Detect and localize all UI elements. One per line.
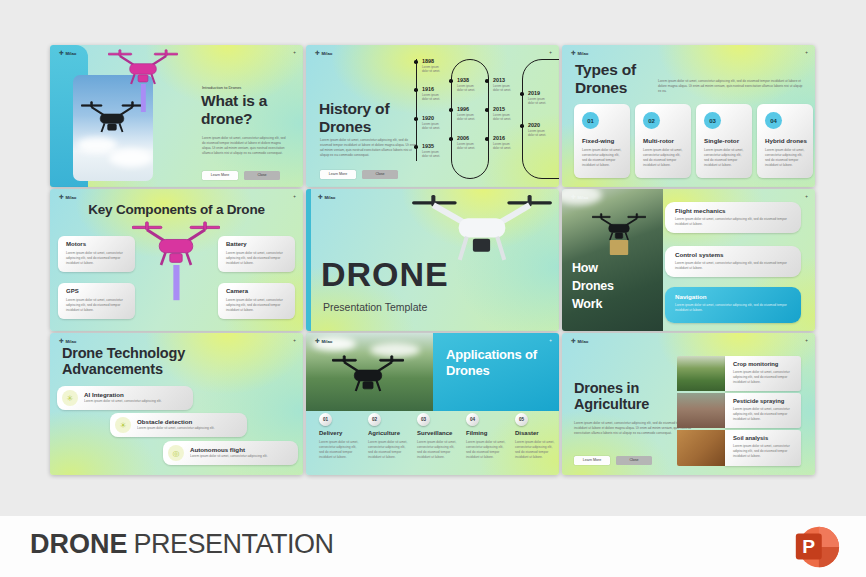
advancement-card[interactable]: ◎ Autonomous flight Lorem ipsum dolor si… xyxy=(163,441,298,465)
application-column[interactable]: 04 Filming Lorem ipsum dolor sit amet, c… xyxy=(466,413,510,473)
application-name: Disaster xyxy=(515,430,539,436)
component-name: Battery xyxy=(226,241,247,247)
work-card-text: Lorem ipsum dolor sit amet, consectetur … xyxy=(675,261,790,271)
type-card[interactable]: 04 Hybrid drones Lorem ipsum dolor sit a… xyxy=(757,104,813,178)
work-card-name: Navigation xyxy=(675,293,707,300)
component-text: Lorem ipsum dolor sit amet, consectetur … xyxy=(66,298,128,313)
autonomous-flight-icon: ◎ xyxy=(168,445,184,461)
brand-name: Milao xyxy=(325,195,336,200)
powerpoint-letter: P xyxy=(802,536,815,557)
product-title: DRONEPRESENTATION xyxy=(30,529,334,560)
slide-body-text: Lorem ipsum dolor sit amet, consectetur … xyxy=(320,138,420,158)
powerpoint-icon: P xyxy=(791,522,841,572)
component-text: Lorem ipsum dolor sit amet, consectetur … xyxy=(226,251,288,266)
timeline-text: Lorem ipsum dolor sit amet. xyxy=(422,150,443,159)
slide-cover[interactable]: ✢Milao DRONE Presentation Template xyxy=(306,189,559,331)
close-button[interactable]: Close xyxy=(616,456,652,465)
type-text: Lorem ipsum dolor sit amet, consectetur … xyxy=(765,148,807,168)
type-text: Lorem ipsum dolor sit amet, consectetur … xyxy=(582,148,624,168)
timeline-year: 1916 xyxy=(422,86,434,92)
application-column[interactable]: 02 Agriculture Lorem ipsum dolor sit ame… xyxy=(368,413,412,473)
type-name: Single-rotor xyxy=(704,137,739,144)
number-badge: 02 xyxy=(643,112,660,129)
number-badge: 03 xyxy=(417,413,430,426)
brand-logo: ✢Milao xyxy=(571,195,588,201)
slide-caption: Introduction to Drones xyxy=(202,85,241,90)
type-name: Multi-rotor xyxy=(643,137,674,144)
agriculture-card[interactable]: Crop monitoring Lorem ipsum dolor sit am… xyxy=(725,356,801,391)
brand-logo-icon: ✢ xyxy=(571,195,576,201)
brand-name: Milao xyxy=(66,51,77,56)
slide-how-drones-work[interactable]: ✢Milao + How Drones Work Flight mechanic… xyxy=(562,189,815,331)
dark-drone-icon xyxy=(332,355,404,392)
brand-logo: ✢Milao xyxy=(571,51,588,57)
slide-title: Drones in Agriculture xyxy=(574,380,694,413)
type-card[interactable]: 02 Multi-rotor Lorem ipsum dolor sit ame… xyxy=(635,104,691,178)
work-card-highlighted[interactable]: Navigation Lorem ipsum dolor sit amet, c… xyxy=(665,287,801,323)
slide-types-of-drones[interactable]: ✢Milao + Types of Drones Lorem ipsum dol… xyxy=(562,45,815,187)
timeline-year: 2006 xyxy=(457,135,469,141)
ai-icon: ✳ xyxy=(62,390,78,406)
work-card[interactable]: Control systems Lorem ipsum dolor sit am… xyxy=(665,246,801,277)
slide-what-is-a-drone[interactable]: ✢Milao + Introduction to Drones What is … xyxy=(50,45,303,187)
work-card[interactable]: Flight mechanics Lorem ipsum dolor sit a… xyxy=(665,202,801,233)
slide-applications[interactable]: ✢Milao + Applications of Drones 01 Deliv… xyxy=(306,333,559,475)
application-text: Lorem ipsum dolor sit amet, consectetur … xyxy=(417,440,457,460)
learn-more-button[interactable]: Learn More xyxy=(202,171,238,180)
cloud-shape xyxy=(109,149,153,167)
timeline-year: 2020 xyxy=(528,122,540,128)
application-column[interactable]: 01 Delivery Lorem ipsum dolor sit amet, … xyxy=(319,413,363,473)
timeline-text: Lorem ipsum dolor sit amet. xyxy=(457,142,478,151)
close-button[interactable]: Close xyxy=(362,170,398,179)
pink-delivery-drone-icon xyxy=(132,221,220,309)
component-card[interactable]: Battery Lorem ipsum dolor sit amet, cons… xyxy=(218,236,295,272)
advancement-text: Lorem ipsum dolor sit amet, consectetur … xyxy=(190,454,292,459)
type-text: Lorem ipsum dolor sit amet, consectetur … xyxy=(643,148,685,168)
application-column[interactable]: 03 Surveillance Lorem ipsum dolor sit am… xyxy=(417,413,461,473)
slide-title: History of Drones xyxy=(319,100,429,135)
timeline-year: 2019 xyxy=(528,90,540,96)
number-badge: 01 xyxy=(582,112,599,129)
learn-more-button[interactable]: Learn More xyxy=(320,170,356,179)
slide-tech-advancements[interactable]: ✢Milao + Drone Technology Advancements ✳… xyxy=(50,333,303,475)
brand-name: Milao xyxy=(322,339,333,344)
type-card[interactable]: 03 Single-rotor Lorem ipsum dolor sit am… xyxy=(696,104,752,178)
type-text: Lorem ipsum dolor sit amet, consectetur … xyxy=(704,148,746,168)
component-name: Motors xyxy=(66,241,86,247)
slide-key-components[interactable]: ✢Milao + Key Components of a Drone Motor… xyxy=(50,189,303,331)
application-text: Lorem ipsum dolor sit amet, consectetur … xyxy=(515,440,555,460)
component-card[interactable]: Motors Lorem ipsum dolor sit amet, conse… xyxy=(58,236,135,272)
component-card[interactable]: Camera Lorem ipsum dolor sit amet, conse… xyxy=(218,283,295,319)
timeline-dot xyxy=(520,124,524,128)
agriculture-card[interactable]: Pesticide spraying Lorem ipsum dolor sit… xyxy=(725,393,801,428)
component-card[interactable]: GPS Lorem ipsum dolor sit amet, consecte… xyxy=(58,283,135,319)
aerial-forest-drone-photo xyxy=(306,333,433,411)
application-text: Lorem ipsum dolor sit amet, consectetur … xyxy=(466,440,506,460)
application-name: Delivery xyxy=(319,430,342,436)
timeline-loop-right xyxy=(522,59,559,179)
advancement-card[interactable]: ☀ Obstacle detection Lorem ipsum dolor s… xyxy=(110,413,247,437)
timeline-dot xyxy=(414,145,418,149)
application-name: Agriculture xyxy=(368,430,400,436)
brand-logo: ✢Milao xyxy=(59,195,76,201)
application-name: Surveillance xyxy=(417,430,452,436)
application-column[interactable]: 05 Disaster Lorem ipsum dolor sit amet, … xyxy=(515,413,559,473)
learn-more-button[interactable]: Learn More xyxy=(574,456,610,465)
advancement-card[interactable]: ✳ AI Integration Lorem ipsum dolor sit a… xyxy=(57,386,193,410)
slide-history-of-drones[interactable]: ✢Milao + History of Drones Lorem ipsum d… xyxy=(306,45,559,187)
timeline-text: Lorem ipsum dolor sit amet. xyxy=(422,93,443,102)
timeline-dot xyxy=(485,137,489,141)
component-text: Lorem ipsum dolor sit amet, consectetur … xyxy=(226,298,288,313)
timeline-year: 2016 xyxy=(493,135,505,141)
brand-name: Milao xyxy=(322,51,333,56)
cover-subtitle: Presentation Template xyxy=(323,301,427,313)
soil-crops-photo xyxy=(677,430,725,466)
agriculture-card[interactable]: Soil analysis Lorem ipsum dolor sit amet… xyxy=(725,430,801,466)
advancement-name: Autonomous flight xyxy=(190,446,245,453)
close-button[interactable]: Close xyxy=(244,171,280,180)
type-card[interactable]: 01 Fixed-wing Lorem ipsum dolor sit amet… xyxy=(574,104,630,178)
component-name: GPS xyxy=(66,288,79,294)
pink-delivery-drone-icon xyxy=(108,49,178,119)
slide-drones-in-agriculture[interactable]: ✢Milao + Drones in Agriculture Lorem ips… xyxy=(562,333,815,475)
timeline-year: 2015 xyxy=(493,106,505,112)
